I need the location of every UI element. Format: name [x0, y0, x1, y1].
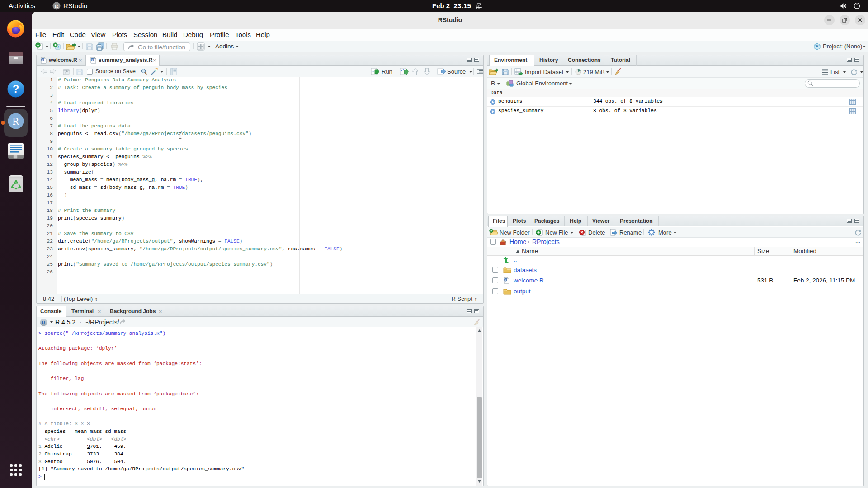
svg-text:?: ?: [13, 83, 19, 95]
svg-text:R: R: [55, 3, 59, 9]
svg-text:R: R: [505, 278, 507, 282]
svg-text:R: R: [42, 319, 46, 326]
svg-text:R: R: [91, 58, 94, 61]
svg-text:R: R: [816, 44, 819, 48]
svg-text:R: R: [42, 58, 44, 61]
svg-text:R: R: [12, 116, 19, 127]
